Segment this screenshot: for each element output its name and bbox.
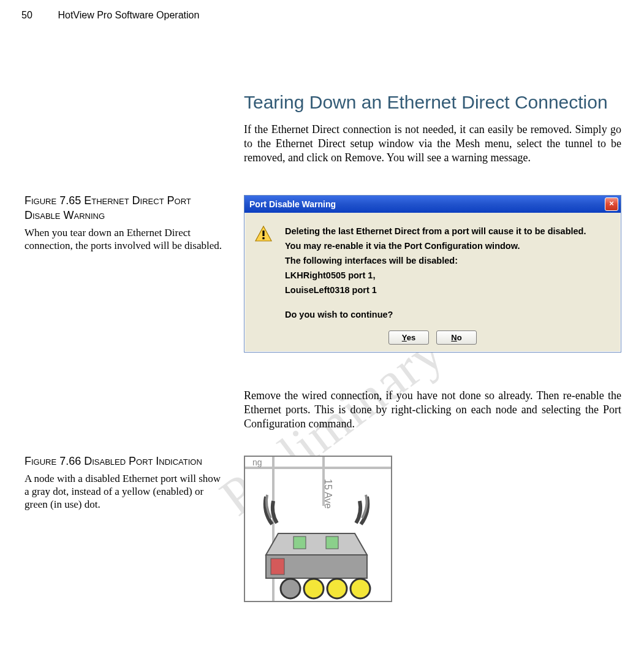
map-label-ng: ng: [252, 457, 262, 467]
svg-rect-9: [294, 537, 306, 549]
dialog-body: Deleting the last Ethernet Direct from a…: [244, 213, 621, 330]
section-heading: Tearing Down an Ethernet Direct Connecti…: [244, 92, 608, 113]
no-button[interactable]: No: [436, 330, 477, 345]
dialog-line-6: Do you wish to continue?: [285, 307, 586, 322]
yes-button[interactable]: Yes: [388, 330, 429, 345]
page-number: 50: [21, 10, 55, 21]
section-paragraph-1: If the Ethernet Direct connection is not…: [244, 123, 621, 165]
dialog-line-2: You may re-enable it via the Port Config…: [285, 239, 586, 253]
port-dot-3-yellow: [327, 579, 347, 598]
figure-caption-1: Figure 7.65 Ethernet Direct Port Disable…: [25, 193, 227, 252]
svg-rect-10: [326, 537, 338, 549]
dialog-title: Port Disable Warning: [249, 199, 336, 209]
warning-icon: [254, 225, 273, 246]
running-title: HotView Pro Software Operation: [58, 10, 199, 20]
port-dot-2-yellow: [304, 579, 324, 598]
disabled-port-figure: ng 15 Ave: [244, 456, 392, 602]
page-header: 50 HotView Pro Software Operation: [21, 10, 199, 21]
dialog-line-3: The following interfaces will be disable…: [285, 253, 586, 268]
street-label: 15 Ave: [323, 479, 333, 509]
port-dot-1-gray: [281, 579, 300, 598]
svg-marker-7: [266, 533, 367, 555]
figure-2-title: Figure 7.66 Disabled Port Indication: [25, 454, 227, 468]
figure-1-title: Figure 7.65 Ethernet Direct Port Disable…: [25, 193, 227, 223]
dialog-message: Deleting the last Ethernet Direct from a…: [285, 224, 586, 322]
figure-1-body: When you tear down an Ethernet Direct co…: [25, 226, 227, 252]
port-disable-warning-dialog: Port Disable Warning × Deleting the last…: [244, 195, 621, 353]
dialog-line-5: LouiseLeft0318 port 1: [285, 283, 586, 297]
section-paragraph-2: Remove the wired connection, if you have…: [244, 389, 621, 431]
svg-rect-1: [262, 231, 264, 236]
dialog-button-row: Yes No: [244, 330, 621, 352]
svg-rect-11: [271, 559, 284, 575]
dialog-titlebar: Port Disable Warning ×: [244, 196, 621, 213]
figure-caption-2: Figure 7.66 Disabled Port Indication A n…: [25, 454, 227, 511]
dialog-line-4: LKHRight0505 port 1,: [285, 268, 586, 283]
dialog-line-1: Deleting the last Ethernet Direct from a…: [285, 224, 586, 239]
port-dot-4-yellow: [350, 579, 370, 598]
close-icon[interactable]: ×: [605, 197, 618, 211]
figure-2-body: A node with a disabled Ethernet port wil…: [25, 472, 227, 511]
svg-rect-2: [262, 237, 264, 239]
